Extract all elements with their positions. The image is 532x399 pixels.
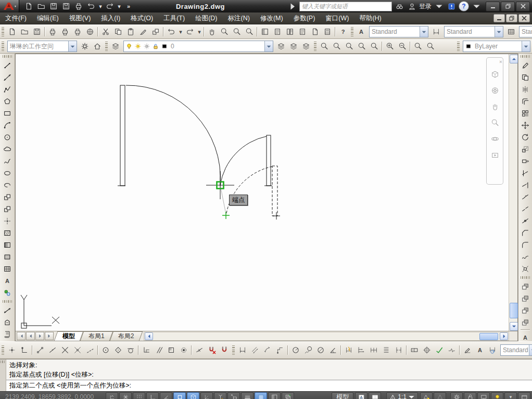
- chamfer-icon[interactable]: [519, 227, 531, 239]
- vertical-scroll-thumb[interactable]: [510, 303, 518, 318]
- break-at-point-icon[interactable]: [519, 191, 531, 203]
- layer-combo[interactable]: 0: [123, 41, 273, 52]
- snap-nearest-icon[interactable]: [193, 344, 206, 356]
- circle-icon[interactable]: [1, 131, 14, 143]
- drawing-canvas[interactable]: × 端点: [16, 54, 509, 331]
- undo-dropdown-icon[interactable]: ▾: [178, 25, 184, 38]
- dim-space-icon[interactable]: [380, 344, 392, 356]
- toolbar-grip[interactable]: [521, 276, 530, 279]
- tab-布局1[interactable]: 布局1: [82, 331, 111, 341]
- blend-curves-icon[interactable]: [519, 251, 531, 263]
- zoom-all-icon[interactable]: [412, 40, 424, 53]
- menu-item[interactable]: 编辑(E): [32, 12, 64, 24]
- dynamic-ucs-icon[interactable]: [214, 392, 226, 399]
- plot-icon[interactable]: [72, 0, 85, 12]
- lineweight-icon[interactable]: [241, 392, 254, 399]
- zoom-center-icon[interactable]: [356, 40, 368, 53]
- zoom-object-icon[interactable]: [368, 40, 381, 53]
- locate-point-icon[interactable]: [1, 340, 14, 341]
- arc-icon[interactable]: [1, 119, 14, 131]
- spline-icon[interactable]: [1, 155, 14, 167]
- region-icon[interactable]: [1, 251, 14, 263]
- dropdown-icon[interactable]: [264, 41, 273, 52]
- layer-properties-icon[interactable]: [109, 40, 122, 53]
- menu-item[interactable]: 绘图(D): [190, 12, 222, 24]
- paste-icon[interactable]: [124, 25, 137, 38]
- nav-pan-icon[interactable]: [488, 99, 502, 114]
- status-menu-icon[interactable]: ▾: [504, 392, 517, 399]
- dim-text-edit-icon[interactable]: A: [474, 344, 486, 356]
- scroll-right-icon[interactable]: [500, 332, 508, 340]
- toolbar-grip[interactable]: [521, 55, 530, 58]
- dim-style-combo[interactable]: Standard: [444, 26, 503, 37]
- coordinates-readout[interactable]: 2139.2409, 18659.3892, 0.0000: [1, 393, 105, 399]
- minimize-button[interactable]: [486, 2, 500, 11]
- send-under-objects-icon[interactable]: [519, 316, 531, 328]
- dim-style-combo-2[interactable]: Standard: [500, 344, 532, 356]
- selection-cycling-icon[interactable]: [282, 392, 294, 399]
- redo-icon[interactable]: [104, 0, 116, 12]
- menu-item[interactable]: 文件(F): [0, 12, 32, 24]
- dropdown-icon[interactable]: [420, 27, 428, 37]
- snap-from-icon[interactable]: [18, 344, 31, 356]
- send-to-back-icon[interactable]: [519, 292, 531, 304]
- snap-endpoint-icon[interactable]: [34, 344, 46, 356]
- open-file-icon[interactable]: [35, 0, 47, 12]
- construction-line-icon[interactable]: [1, 71, 14, 83]
- menu-item[interactable]: 格式(O): [125, 12, 158, 24]
- restore-button[interactable]: [501, 2, 515, 11]
- erase-icon[interactable]: [519, 59, 531, 71]
- first-tab-icon[interactable]: [17, 332, 26, 340]
- scroll-left-icon[interactable]: [145, 332, 153, 340]
- zoom-window-icon[interactable]: [318, 40, 331, 53]
- horizontal-scroll-thumb[interactable]: [479, 333, 498, 340]
- move-icon[interactable]: [519, 119, 531, 131]
- dropdown-icon[interactable]: [68, 41, 77, 52]
- grid-display-icon[interactable]: [133, 392, 145, 399]
- nav-orbit-icon[interactable]: [488, 132, 502, 146]
- multiline-text-icon[interactable]: A: [1, 275, 14, 287]
- menu-item[interactable]: 视图(V): [64, 12, 96, 24]
- annotation-scale-control[interactable]: 1:1: [386, 392, 418, 399]
- snap-mode-icon[interactable]: [119, 392, 132, 399]
- polygon-icon[interactable]: [1, 95, 14, 107]
- quick-properties-icon[interactable]: [268, 392, 281, 399]
- dim-linear-icon[interactable]: [236, 344, 249, 356]
- object-snap-tracking-icon[interactable]: [200, 392, 213, 399]
- doc-restore-button[interactable]: [506, 14, 517, 22]
- make-object-layer-current-icon[interactable]: [275, 40, 287, 53]
- horizontal-scrollbar[interactable]: [144, 332, 509, 341]
- show-motion-icon[interactable]: [488, 148, 502, 162]
- text-style-icon[interactable]: A: [355, 25, 368, 38]
- pan-icon[interactable]: [206, 25, 218, 38]
- dim-edit-icon[interactable]: [461, 344, 474, 356]
- dropdown-icon[interactable]: [529, 345, 532, 355]
- snap-perpendicular-icon[interactable]: [140, 344, 153, 356]
- bring-to-front-icon[interactable]: [519, 280, 531, 292]
- snap-center-icon[interactable]: [99, 344, 112, 356]
- steering-wheel-icon[interactable]: [488, 83, 502, 98]
- dim-continue-icon[interactable]: [368, 344, 380, 356]
- undo-dropdown-icon[interactable]: ▾: [97, 0, 104, 12]
- menu-item[interactable]: 帮助(H): [354, 12, 386, 24]
- zoom-realtime-icon[interactable]: [218, 25, 231, 38]
- sheet-set-manager-icon[interactable]: [296, 25, 309, 38]
- fillet-icon[interactable]: [519, 239, 531, 251]
- new-file-icon[interactable]: [22, 0, 35, 12]
- save-icon[interactable]: [47, 0, 60, 12]
- bring-above-objects-icon[interactable]: [519, 304, 531, 316]
- dim-angular-icon[interactable]: [327, 344, 339, 356]
- nav-zoom-icon[interactable]: [488, 115, 502, 130]
- quick-view-layouts-icon[interactable]: [369, 392, 381, 399]
- layout-button-icon[interactable]: [355, 392, 368, 399]
- dynamic-input-icon[interactable]: [227, 392, 240, 399]
- area-icon[interactable]: [1, 316, 14, 328]
- zoom-extents-icon[interactable]: [424, 40, 437, 53]
- table-style-combo[interactable]: Standard: [519, 26, 532, 37]
- dim-diameter-icon[interactable]: [314, 344, 327, 356]
- snap-tangent-icon[interactable]: [124, 344, 137, 356]
- tab-布局2[interactable]: 布局2: [111, 331, 141, 341]
- distance-icon[interactable]: [1, 304, 14, 316]
- dim-style-icon[interactable]: [430, 25, 442, 38]
- tool-palettes-icon[interactable]: [284, 25, 296, 38]
